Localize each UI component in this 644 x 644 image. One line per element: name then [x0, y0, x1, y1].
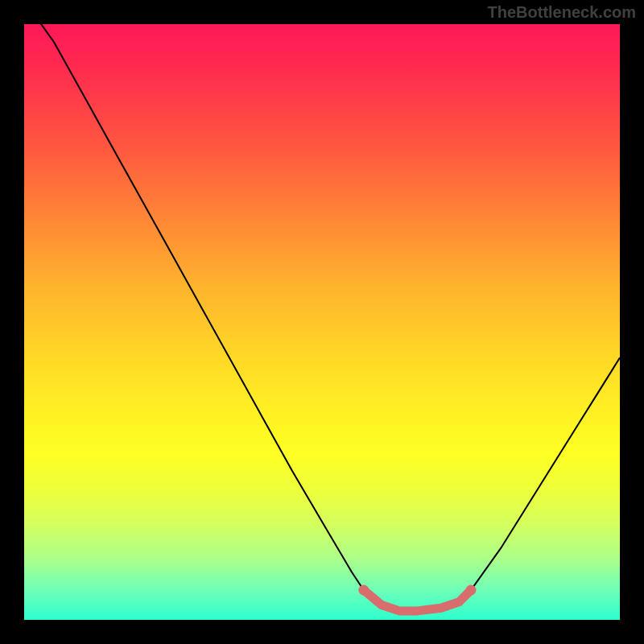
highlight-segment-line: [364, 590, 471, 611]
chart-svg: [24, 24, 620, 620]
highlight-start-dot: [358, 585, 369, 596]
highlight-end-dot: [466, 585, 477, 596]
bottleneck-curve-line: [24, 24, 620, 611]
watermark-text: TheBottleneck.com: [488, 3, 636, 22]
chart-plot-area: [24, 24, 620, 620]
